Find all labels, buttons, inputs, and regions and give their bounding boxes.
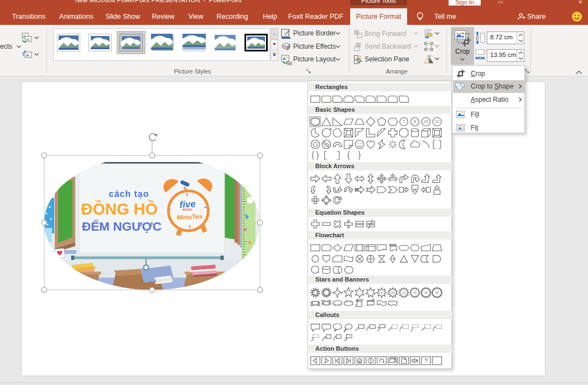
svg-text:10: 10 <box>424 119 428 123</box>
svg-text:8: 8 <box>414 119 416 123</box>
svg-text:16: 16 <box>413 291 417 294</box>
svg-text:12: 12 <box>435 119 439 123</box>
svg-text:7: 7 <box>403 119 405 123</box>
svg-text:12: 12 <box>402 291 405 294</box>
svg-text:32: 32 <box>435 291 439 294</box>
svg-text:24: 24 <box>424 291 428 294</box>
svg-text:10: 10 <box>391 291 394 294</box>
svg-text:8: 8 <box>381 291 382 294</box>
svg-text:?: ? <box>424 357 428 364</box>
